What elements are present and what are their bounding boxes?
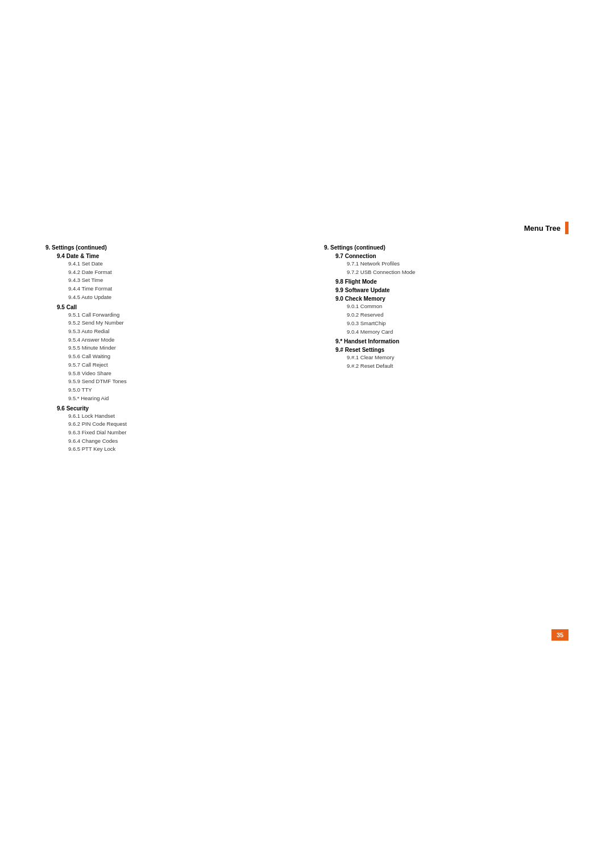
list-item: 9.4.2 Date Format [68, 268, 290, 277]
list-item: 9.0.4 Memory Card [347, 328, 569, 337]
list-item: 9.5.5 Minute Minder [68, 344, 290, 352]
list-item: 9.5.1 Call Forwarding [68, 311, 290, 319]
list-item: 9.4.5 Auto Update [68, 293, 290, 302]
list-item: 9.#.1 Clear Memory [347, 354, 569, 362]
subsection-9-5-header: 9.5 Call [57, 304, 290, 310]
list-item: 9.5.* Hearing Aid [68, 394, 290, 403]
subsection-9-6-header: 9.6 Security [57, 405, 290, 412]
list-item: 9.7.1 Network Profiles [347, 260, 569, 268]
list-item: 9.#.2 Reset Default [347, 362, 569, 371]
subsection-9star-header: 9.* Handset Information [335, 338, 569, 344]
orange-bar-decoration [565, 222, 569, 234]
list-item: 9.6.4 Change Codes [68, 437, 290, 446]
right-column: 9. Settings (continued) 9.7 Connection 9… [324, 244, 569, 454]
subsection-9-8-header: 9.8 Flight Mode [335, 279, 569, 285]
page-container: Menu Tree 9. Settings (continued) 9.4 Da… [0, 0, 614, 868]
subsection-9-0-header: 9.0 Check Memory [335, 296, 569, 302]
page-number: 35 [557, 632, 563, 638]
list-item: 9.5.4 Answer Mode [68, 336, 290, 344]
list-item: 9.5.8 Video Share [68, 369, 290, 378]
subsection-9-7-header: 9.7 Connection [335, 253, 569, 259]
list-item: 9.6.5 PTT Key Lock [68, 445, 290, 454]
subsection-9-4-header: 9.4 Date & Time [57, 253, 290, 259]
list-item: 9.6.3 Fixed Dial Number [68, 429, 290, 437]
list-item: 9.5.0 TTY [68, 386, 290, 394]
list-item: 9.0.3 SmartChip [347, 319, 569, 328]
list-item: 9.6.1 Lock Handset [68, 412, 290, 421]
list-item: 9.0.2 Reserved [347, 311, 569, 319]
list-item: 9.5.2 Send My Number [68, 319, 290, 327]
left-column: 9. Settings (continued) 9.4 Date & Time … [45, 244, 290, 454]
list-item: 9.6.2 PIN Code Request [68, 420, 290, 429]
left-section-title: 9. Settings (continued) [45, 244, 290, 251]
list-item: 9.4.1 Set Date [68, 260, 290, 268]
list-item: 9.4.4 Time Format [68, 285, 290, 293]
subsection-9-9-header: 9.9 Software Update [335, 287, 569, 293]
page-number-badge: 35 [551, 629, 569, 641]
menu-tree-header: Menu Tree [524, 222, 569, 234]
list-item: 9.5.3 Auto Redial [68, 327, 290, 336]
menu-tree-title: Menu Tree [524, 224, 561, 232]
list-item: 9.7.2 USB Connection Mode [347, 268, 569, 277]
list-item: 9.5.7 Call Reject [68, 361, 290, 369]
list-item: 9.0.1 Common [347, 302, 569, 311]
subsection-9hash-header: 9.# Reset Settings [335, 347, 569, 353]
list-item: 9.4.3 Set Time [68, 276, 290, 285]
right-section-title: 9. Settings (continued) [324, 244, 569, 251]
list-item: 9.5.6 Call Waiting [68, 352, 290, 361]
content-area: 9. Settings (continued) 9.4 Date & Time … [45, 244, 569, 454]
list-item: 9.5.9 Send DTMF Tones [68, 377, 290, 386]
